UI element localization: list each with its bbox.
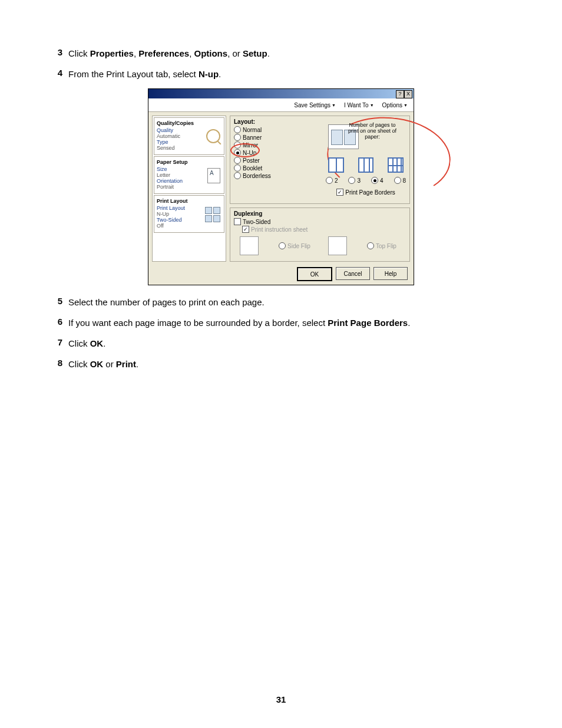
help-button[interactable]: ? xyxy=(396,90,404,98)
radio-booklet[interactable]: Booklet xyxy=(234,164,282,172)
radio-banner[interactable]: Banner xyxy=(234,134,282,141)
ok-button[interactable]: OK xyxy=(297,267,332,281)
nup-icon-3 xyxy=(358,157,374,173)
nup-caption: Number of pages to print on one sheet of… xyxy=(347,122,398,140)
sidebar-paper-setup[interactable]: Paper Setup Size Letter Orientation Port… xyxy=(154,156,224,194)
page-number: 31 xyxy=(0,694,562,704)
radio-poster[interactable]: Poster xyxy=(234,157,282,164)
radio-nup[interactable]: N-Up xyxy=(234,149,282,156)
checkbox-instruction-sheet[interactable]: Print instruction sheet xyxy=(234,226,406,233)
titlebar: ? X xyxy=(148,89,414,98)
checkbox-print-page-borders[interactable]: Print Page Borders xyxy=(328,189,404,196)
step-3: Click Properties, Preferences, Options, … xyxy=(68,47,515,60)
sidebar: Quality/Copies Quality Automatic Type Se… xyxy=(152,116,226,262)
duplex-group: Duplexing Two-Sided Print instruction sh… xyxy=(230,207,410,262)
radio-borderless[interactable]: Borderless xyxy=(234,172,282,179)
sidebar-quality-copies[interactable]: Quality/Copies Quality Automatic Type Se… xyxy=(154,117,224,155)
step-5: Select the number of pages to print on e… xyxy=(68,296,515,308)
step-num-8: 8 xyxy=(47,358,62,368)
step-num-3: 3 xyxy=(47,47,62,57)
dialog-help-button[interactable]: Help xyxy=(373,267,408,280)
duplex-title: Duplexing xyxy=(234,210,406,217)
layout-group: Layout: Normal Banner Mirror N-Up Poster… xyxy=(230,116,410,204)
close-button[interactable]: X xyxy=(404,90,412,98)
step-6: If you want each page image to be surrou… xyxy=(68,317,515,329)
step-7: Click OK. xyxy=(68,337,515,350)
sidebar-print-layout[interactable]: Print Layout Print Layout N-Up Two-Sided… xyxy=(154,195,224,233)
radio-nup-4[interactable]: 4 xyxy=(371,177,384,184)
cancel-button[interactable]: Cancel xyxy=(336,267,370,280)
nup-icon-8 xyxy=(388,157,404,173)
radio-nup-3[interactable]: 3 xyxy=(348,177,361,184)
magnifier-icon xyxy=(207,129,222,143)
radio-nup-2[interactable]: 2 xyxy=(326,177,338,184)
duplex-top-icon xyxy=(328,236,347,255)
step-num-6: 6 xyxy=(47,317,62,327)
step-4: From the Print Layout tab, select N-up. xyxy=(68,68,515,80)
options-menu[interactable]: Options▼ xyxy=(382,102,408,108)
step-num-5: 5 xyxy=(47,296,62,306)
radio-top-flip[interactable]: Top Flip xyxy=(367,242,396,249)
radio-mirror[interactable]: Mirror xyxy=(234,141,282,149)
print-preferences-dialog: ? X Save Settings▼ I Want To▼ Options▼ Q… xyxy=(148,88,414,285)
step-num-7: 7 xyxy=(47,337,62,347)
step-8: Click OK or Print. xyxy=(68,358,515,370)
step-num-4: 4 xyxy=(47,68,62,78)
checkbox-two-sided[interactable]: Two-Sided xyxy=(234,218,406,225)
radio-normal[interactable]: Normal xyxy=(234,126,282,133)
i-want-to-menu[interactable]: I Want To▼ xyxy=(344,102,374,108)
page-icon xyxy=(207,168,222,182)
layout-title: Layout: xyxy=(234,118,282,125)
duplex-side-icon xyxy=(240,236,259,255)
thumbs-icon xyxy=(207,207,222,221)
top-menubar: Save Settings▼ I Want To▼ Options▼ xyxy=(148,98,414,112)
save-settings-menu[interactable]: Save Settings▼ xyxy=(294,102,336,108)
radio-side-flip[interactable]: Side Flip xyxy=(279,242,310,249)
nup-icon-2 xyxy=(328,157,344,173)
radio-nup-8[interactable]: 8 xyxy=(394,177,406,184)
